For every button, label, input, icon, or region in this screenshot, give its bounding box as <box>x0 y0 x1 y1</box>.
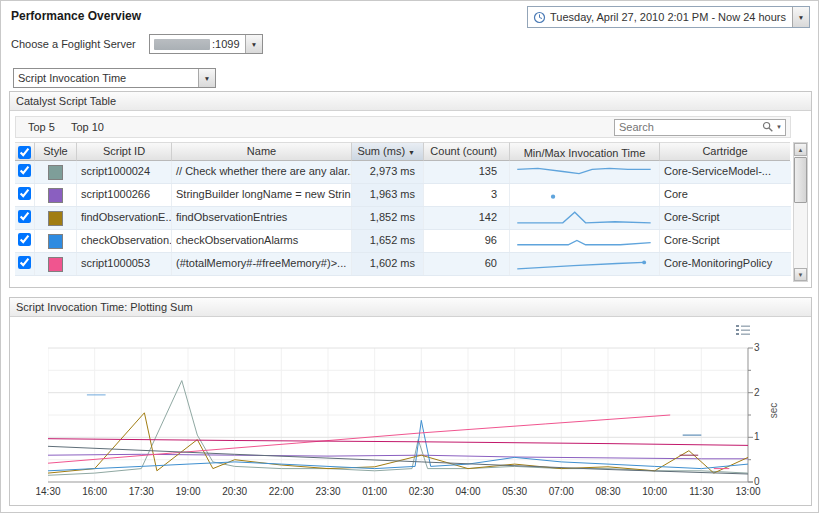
metric-select[interactable]: Script Invocation Time ▼ <box>13 68 216 88</box>
x-tick-label: 02:30 <box>403 486 439 497</box>
column-header-sum[interactable]: Sum (ms)▼ <box>352 142 424 161</box>
cell-cartridge: Core-ServiceModel-... <box>660 161 790 183</box>
row-style-cell <box>35 207 77 229</box>
column-header-script-id[interactable]: Script ID <box>77 142 172 161</box>
table-scrollbar[interactable]: ▲ ▼ <box>793 142 808 282</box>
cell-sum: 1,602 ms <box>352 253 424 275</box>
cell-sum: 2,973 ms <box>352 161 424 183</box>
cell-name: (#totalMemory#-#freeMemory#)>... <box>172 253 352 275</box>
style-swatch <box>48 188 63 203</box>
style-swatch <box>48 257 63 272</box>
x-tick-label: 14:30 <box>30 486 66 497</box>
y-axis-title: sec <box>768 403 779 419</box>
select-all-checkbox[interactable] <box>18 146 31 159</box>
cell-name: checkObservationAlarms <box>172 230 352 252</box>
scroll-up-button[interactable]: ▲ <box>794 143 807 156</box>
column-header-name[interactable]: Name <box>172 142 352 161</box>
x-tick-label: 19:00 <box>170 486 206 497</box>
cell-script-id: findObservationE... <box>77 207 172 229</box>
metric-select-arrow[interactable]: ▼ <box>198 69 215 87</box>
time-range-dropdown-arrow[interactable]: ▼ <box>792 7 809 27</box>
row-checkbox-cell[interactable] <box>15 161 35 183</box>
row-checkbox-cell[interactable] <box>15 253 35 275</box>
y-tick-label: 3 <box>754 342 768 353</box>
row-checkbox[interactable] <box>18 210 31 223</box>
y-tick-label: 0 <box>754 476 768 487</box>
column-header-style[interactable]: Style <box>35 142 77 161</box>
search-options-arrow[interactable]: ▼ <box>776 124 782 130</box>
cell-sparkline <box>510 184 660 206</box>
scroll-down-button[interactable]: ▼ <box>794 268 807 281</box>
row-checkbox[interactable] <box>18 187 31 200</box>
cell-name: StringBuilder longName = new Strin... <box>172 184 352 206</box>
time-range-label: Tuesday, April 27, 2010 2:01 PM - Now 24… <box>550 11 786 23</box>
select-all-cell[interactable] <box>15 142 35 161</box>
style-swatch <box>48 234 63 249</box>
cell-sum: 1,963 ms <box>352 184 424 206</box>
table-row[interactable]: checkObservation... checkObservationAlar… <box>15 230 791 253</box>
row-checkbox-cell[interactable] <box>15 230 35 252</box>
column-header-cartridge[interactable]: Cartridge <box>660 142 790 161</box>
dropdown-arrow-icon: ▼ <box>798 14 804 21</box>
chart-panel: Script Invocation Time: Plotting Sum 14:… <box>9 297 812 506</box>
column-header-minmax[interactable]: Min/Max Invocation Time <box>510 142 660 161</box>
script-table: Style Script ID Name Sum (ms)▼ Count (co… <box>15 142 791 276</box>
table-panel-title: Catalyst Script Table <box>10 92 811 111</box>
chart-options-icon[interactable] <box>736 324 751 336</box>
scroll-thumb[interactable] <box>794 157 807 203</box>
x-tick-label: 16:00 <box>77 486 113 497</box>
chart-plot <box>48 347 754 483</box>
column-header-count[interactable]: Count (count) <box>424 142 510 161</box>
time-range-selector[interactable]: Tuesday, April 27, 2010 2:01 PM - Now 24… <box>527 6 810 28</box>
cell-script-id: checkObservation... <box>77 230 172 252</box>
catalyst-script-table-panel: Catalyst Script Table Top 5 Top 10 ▼ Sty <box>9 91 812 288</box>
x-tick-label: 10:00 <box>637 486 673 497</box>
cell-cartridge: Core-MonitoringPolicy <box>660 253 790 275</box>
search-box[interactable]: ▼ <box>614 119 786 136</box>
row-checkbox[interactable] <box>18 256 31 269</box>
row-checkbox-cell[interactable] <box>15 207 35 229</box>
x-tick-label: 22:00 <box>263 486 299 497</box>
top5-button[interactable]: Top 5 <box>20 119 63 135</box>
search-input[interactable] <box>615 121 762 133</box>
cell-sparkline <box>510 253 660 275</box>
cell-cartridge: Core-Script <box>660 207 790 229</box>
row-checkbox[interactable] <box>18 233 31 246</box>
dropdown-arrow-icon: ▼ <box>251 41 257 48</box>
scroll-down-icon: ▼ <box>798 272 804 278</box>
table-row[interactable]: script1000024 // Check whether there are… <box>15 161 791 184</box>
server-name-redacted <box>154 39 210 50</box>
table-body: script1000024 // Check whether there are… <box>15 161 791 276</box>
x-tick-label: 04:00 <box>450 486 486 497</box>
scroll-up-icon: ▲ <box>798 147 804 153</box>
sparkline <box>514 163 655 180</box>
top10-button[interactable]: Top 10 <box>63 119 112 135</box>
table-header-row: Style Script ID Name Sum (ms)▼ Count (co… <box>15 142 791 161</box>
x-tick-label: 07:00 <box>543 486 579 497</box>
server-port: :1099 <box>212 38 240 50</box>
table-row[interactable]: findObservationE... findObservationEntri… <box>15 207 791 230</box>
x-tick-label: 17:30 <box>123 486 159 497</box>
row-style-cell <box>35 184 77 206</box>
cell-sum: 1,652 ms <box>352 230 424 252</box>
search-icon[interactable] <box>762 121 774 133</box>
x-tick-label: 23:30 <box>310 486 346 497</box>
sparkline <box>514 255 655 272</box>
row-checkbox[interactable] <box>18 164 31 177</box>
sort-desc-icon: ▼ <box>408 149 415 156</box>
style-swatch <box>48 211 63 226</box>
clock-icon <box>533 11 546 24</box>
row-style-cell <box>35 161 77 183</box>
y-tick-label: 2 <box>754 387 768 398</box>
server-select[interactable]: :1099 ▼ <box>149 34 263 54</box>
row-checkbox-cell[interactable] <box>15 184 35 206</box>
table-row[interactable]: script1000266 StringBuilder longName = n… <box>15 184 791 207</box>
x-tick-label: 13:00 <box>730 486 766 497</box>
table-row[interactable]: script1000053 (#totalMemory#-#freeMemory… <box>15 253 791 276</box>
x-tick-label: 11:30 <box>683 486 719 497</box>
y-tick-label: 1 <box>754 431 768 442</box>
cell-script-id: script1000024 <box>77 161 172 183</box>
server-select-arrow[interactable]: ▼ <box>245 35 262 53</box>
metric-select-value: Script Invocation Time <box>18 72 126 84</box>
performance-overview-page: Performance Overview Tuesday, April 27, … <box>0 0 819 513</box>
